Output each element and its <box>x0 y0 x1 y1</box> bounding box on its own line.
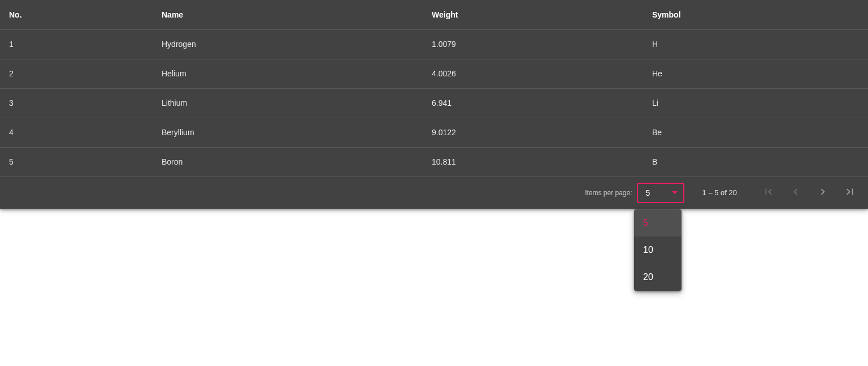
last-page-button[interactable] <box>839 182 861 204</box>
cell-symbol: Be <box>643 118 868 147</box>
data-table-container: No. Name Weight Symbol 1 Hydrogen 1.0079… <box>0 0 868 209</box>
page-size-value: 5 <box>646 188 650 197</box>
cell-name: Beryllium <box>153 118 423 147</box>
cell-no: 4 <box>0 118 153 147</box>
next-page-button[interactable] <box>811 182 834 204</box>
cell-name: Helium <box>153 59 423 88</box>
cell-name: Hydrogen <box>153 29 423 59</box>
page-size-option[interactable]: 10 <box>634 236 682 264</box>
last-page-icon <box>844 186 856 200</box>
elements-table: No. Name Weight Symbol 1 Hydrogen 1.0079… <box>0 0 868 177</box>
cell-weight: 9.0122 <box>423 118 643 147</box>
cell-weight: 1.0079 <box>423 29 643 59</box>
cell-weight: 4.0026 <box>423 59 643 88</box>
cell-symbol: He <box>643 59 868 88</box>
paginator: Items per page: 5 1 – 5 of 20 <box>0 177 868 209</box>
cell-no: 3 <box>0 88 153 118</box>
cell-symbol: H <box>643 29 868 59</box>
paginator-nav <box>755 182 863 204</box>
cell-symbol: Li <box>643 88 868 118</box>
cell-no: 2 <box>0 59 153 88</box>
column-header-name[interactable]: Name <box>153 0 423 29</box>
cell-name: Lithium <box>153 88 423 118</box>
previous-page-button[interactable] <box>784 182 807 204</box>
chevron-left-icon <box>789 186 802 200</box>
items-per-page-label: Items per page: <box>585 189 632 197</box>
table-row[interactable]: 5 Boron 10.811 B <box>0 147 868 176</box>
table-header-row: No. Name Weight Symbol <box>0 0 868 29</box>
chevron-right-icon <box>817 186 829 200</box>
cell-no: 5 <box>0 147 153 176</box>
table-row[interactable]: 3 Lithium 6.941 Li <box>0 88 868 118</box>
table-row[interactable]: 2 Helium 4.0026 He <box>0 59 868 88</box>
page-size-select[interactable]: 5 <box>637 183 684 203</box>
column-header-weight[interactable]: Weight <box>423 0 643 29</box>
first-page-icon <box>762 186 775 200</box>
cell-weight: 10.811 <box>423 147 643 176</box>
page-size-option[interactable]: 5 <box>634 209 682 236</box>
caret-down-icon <box>672 191 678 194</box>
cell-weight: 6.941 <box>423 88 643 118</box>
column-header-no[interactable]: No. <box>0 0 153 29</box>
column-header-symbol[interactable]: Symbol <box>643 0 868 29</box>
page-size-option[interactable]: 20 <box>634 264 682 291</box>
cell-no: 1 <box>0 29 153 59</box>
first-page-button[interactable] <box>757 182 780 204</box>
range-label: 1 – 5 of 20 <box>702 188 737 197</box>
cell-name: Boron <box>153 147 423 176</box>
cell-symbol: B <box>643 147 868 176</box>
table-row[interactable]: 4 Beryllium 9.0122 Be <box>0 118 868 147</box>
page-size-dropdown-panel: 5 10 20 <box>634 209 682 291</box>
table-row[interactable]: 1 Hydrogen 1.0079 H <box>0 29 868 59</box>
